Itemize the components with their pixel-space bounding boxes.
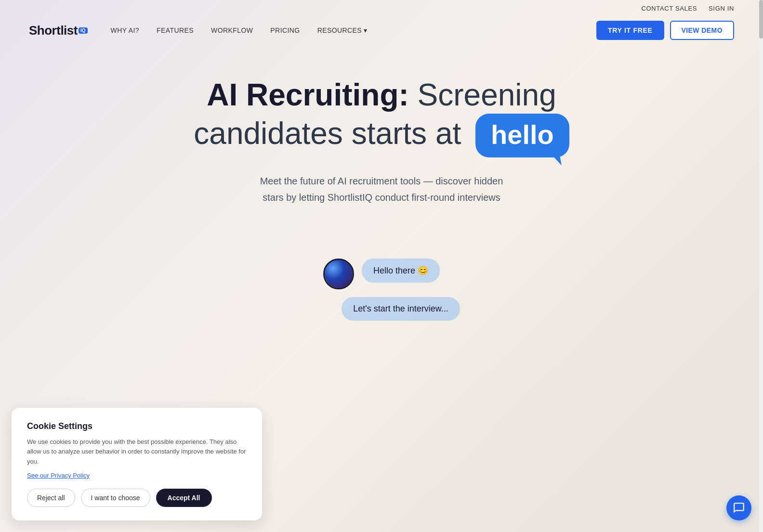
chat-support-button[interactable]	[726, 495, 751, 520]
chat-bubble-container: Hello there 😊	[362, 259, 440, 283]
scrollbar[interactable]	[759, 0, 763, 532]
chat-bubble-2: Let's start the interview...	[342, 297, 460, 321]
contact-sales-link[interactable]: CONTACT SALES	[641, 5, 697, 12]
cookie-buttons: Reject all I want to choose Accept All	[27, 489, 247, 507]
chat-avatar-row: Hello there 😊	[323, 259, 440, 289]
speech-bubble: hello	[475, 114, 569, 157]
chat-bubble-1: Hello there 😊	[362, 259, 440, 283]
try-free-button[interactable]: TRY IT FREE	[596, 21, 664, 40]
sign-in-link[interactable]: SIGN IN	[709, 5, 734, 12]
scrollbar-thumb[interactable]	[759, 0, 763, 39]
chat-icon	[733, 502, 745, 514]
logo-area[interactable]: ShortlistIQ	[29, 23, 88, 38]
want-to-choose-button[interactable]: I want to choose	[81, 489, 150, 507]
nav-features[interactable]: FEATURES	[157, 26, 194, 34]
hero-subtitle-line1: Meet the future of AI recruitment tools …	[260, 176, 503, 186]
accept-all-button[interactable]: Accept All	[156, 489, 212, 507]
top-bar: CONTACT SALES SIGN IN	[0, 0, 763, 17]
hero-title: AI Recruiting: Screening candidates star…	[96, 77, 667, 157]
cookie-text: We use cookies to provide you with the b…	[27, 437, 247, 467]
hero-title-bold: AI Recruiting:	[207, 78, 409, 112]
hero-title-light: Screening	[409, 78, 556, 112]
view-demo-button[interactable]: VIEW DEMO	[670, 21, 734, 40]
chat-demo: Hello there 😊 Let's start the interview.…	[0, 249, 763, 350]
cookie-banner: Cookie Settings We use cookies to provid…	[12, 408, 262, 520]
hero-subtitle: Meet the future of AI recruitment tools …	[237, 173, 526, 206]
logo-badge: IQ	[79, 27, 88, 34]
logo-text: Shortlist	[29, 23, 78, 38]
nav-links: WHY AI? FEATURES WORKFLOW PRICING RESOUR…	[111, 26, 597, 34]
ai-avatar	[323, 259, 354, 289]
cookie-title: Cookie Settings	[27, 421, 247, 431]
nav-workflow[interactable]: WORKFLOW	[211, 26, 253, 34]
ai-avatar-inner	[325, 260, 353, 288]
chevron-down-icon: ▾	[364, 26, 367, 34]
hero-subtitle-line2: stars by letting ShortlistIQ conduct fir…	[263, 192, 500, 203]
hero-title-line2: candidates starts at	[194, 116, 461, 150]
nav-why-ai[interactable]: WHY AI?	[111, 26, 139, 34]
nav-resources[interactable]: RESOURCES ▾	[317, 26, 368, 34]
nav-pricing[interactable]: PRICING	[270, 26, 300, 34]
privacy-policy-link[interactable]: See our Privacy Policy	[27, 472, 90, 479]
hero-section: AI Recruiting: Screening candidates star…	[0, 48, 763, 249]
nav-actions: TRY IT FREE VIEW DEMO	[596, 21, 734, 40]
navbar: ShortlistIQ WHY AI? FEATURES WORKFLOW PR…	[0, 17, 763, 48]
reject-all-button[interactable]: Reject all	[27, 489, 75, 507]
